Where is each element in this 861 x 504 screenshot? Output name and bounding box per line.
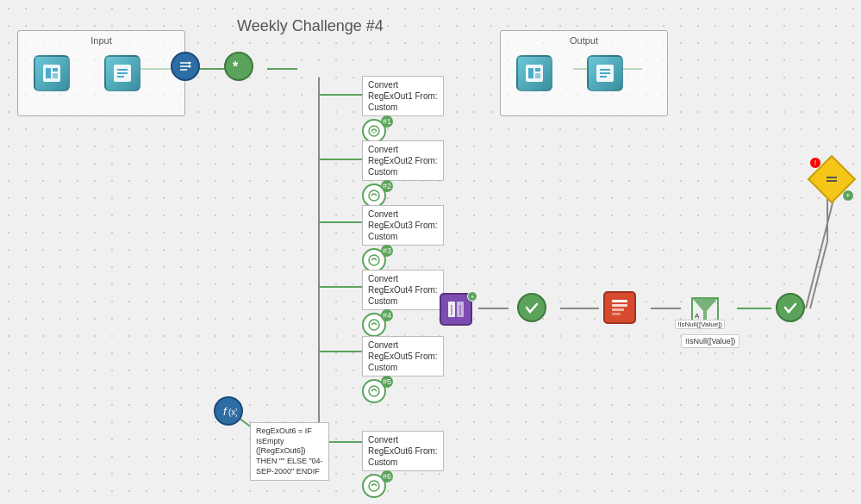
convert-tool-5[interactable]: ConvertRegExOut5 From:Custom #5 bbox=[362, 336, 444, 403]
convert-2-badge: #2 bbox=[381, 180, 393, 192]
select-tool-1[interactable] bbox=[517, 293, 546, 322]
svg-point-51 bbox=[369, 481, 379, 491]
convert-4-badge: #4 bbox=[381, 309, 393, 321]
select-icon-2 bbox=[782, 299, 799, 316]
multi-field-icon bbox=[177, 58, 194, 75]
output-reader-node[interactable] bbox=[516, 55, 552, 91]
convert-3-label: ConvertRegExOut3 From:Custom bbox=[368, 208, 438, 242]
output-reader-icon bbox=[522, 61, 546, 85]
filter-label: !IsNull([Value]) bbox=[681, 334, 739, 348]
filter-formula-label: !IsNull([Value]) bbox=[675, 320, 725, 329]
convert-tool-1[interactable]: ConvertRegExOut1 From:Custom #1 bbox=[362, 76, 444, 143]
convert-2-icon bbox=[367, 189, 381, 202]
regex-icon: * bbox=[230, 58, 247, 75]
workflow-canvas: Weekly Challenge #4 Input bbox=[0, 0, 861, 504]
sort-tool[interactable] bbox=[603, 291, 636, 324]
convert-6-badge: #6 bbox=[381, 470, 393, 482]
svg-point-47 bbox=[369, 320, 379, 330]
join-error-dot: ! bbox=[809, 157, 821, 169]
reader-icon bbox=[40, 61, 64, 85]
convert-6-icon bbox=[367, 479, 381, 493]
output-group-label: Output bbox=[570, 35, 598, 46]
join-tool[interactable]: + ! bbox=[814, 162, 849, 196]
svg-text:*: * bbox=[233, 59, 239, 74]
svg-rect-58 bbox=[612, 308, 624, 311]
svg-rect-25 bbox=[53, 73, 58, 78]
input-reader-node[interactable] bbox=[34, 55, 70, 91]
output-browse-icon bbox=[593, 61, 617, 85]
svg-point-41 bbox=[189, 62, 191, 65]
svg-line-19 bbox=[810, 241, 827, 308]
select-tool-2[interactable] bbox=[776, 293, 805, 322]
svg-point-46 bbox=[369, 255, 379, 265]
formula-icon: f (x) bbox=[220, 402, 237, 420]
convert-tool-4[interactable]: ConvertRegExOut4 From:Custom #4 bbox=[362, 270, 444, 337]
convert-4-icon bbox=[367, 318, 381, 332]
input-group-label: Input bbox=[90, 35, 111, 46]
formula-box: RegExOut6 = IFIsEmpty([RegExOut6])THEN "… bbox=[250, 422, 329, 481]
sort-icon bbox=[609, 297, 630, 318]
append-fields-icon bbox=[446, 299, 466, 320]
filter-tool[interactable]: A !IsNull([Value]) bbox=[685, 291, 725, 331]
input-group: Input bbox=[17, 30, 185, 116]
output-group: Output bbox=[500, 30, 668, 116]
svg-rect-56 bbox=[612, 300, 627, 302]
svg-point-42 bbox=[189, 65, 191, 68]
svg-line-15 bbox=[806, 190, 836, 308]
svg-rect-33 bbox=[535, 73, 540, 78]
input-browse-node[interactable] bbox=[104, 55, 140, 91]
svg-text:(x): (x) bbox=[228, 408, 237, 417]
multi-field-tool[interactable] bbox=[171, 52, 200, 81]
convert-3-badge: #3 bbox=[381, 245, 393, 257]
workflow-title: Weekly Challenge #4 bbox=[237, 17, 384, 35]
convert-5-label: ConvertRegExOut5 From:Custom bbox=[368, 339, 438, 373]
convert-1-icon bbox=[367, 124, 381, 138]
join-add-dot: + bbox=[842, 190, 854, 202]
svg-rect-23 bbox=[46, 68, 51, 78]
svg-rect-57 bbox=[612, 304, 627, 307]
join-icon bbox=[823, 171, 840, 188]
convert-2-label: ConvertRegExOut2 From:Custom bbox=[368, 144, 438, 177]
regex-tool[interactable]: * bbox=[224, 52, 253, 81]
output-browse-node[interactable] bbox=[587, 55, 623, 91]
formula-text: RegExOut6 = IFIsEmpty([RegExOut6])THEN "… bbox=[256, 426, 323, 476]
svg-rect-59 bbox=[612, 313, 621, 315]
convert-6-label: ConvertRegExOut6 From:Custom bbox=[368, 434, 438, 468]
convert-tool-6[interactable]: ConvertRegExOut6 From:Custom #6 bbox=[362, 431, 444, 498]
convert-tool-3[interactable]: ConvertRegExOut3 From:Custom #3 bbox=[362, 205, 444, 272]
select-icon-1 bbox=[523, 299, 540, 316]
convert-5-icon bbox=[367, 384, 381, 398]
convert-5-badge: #5 bbox=[381, 376, 393, 388]
convert-1-label: ConvertRegExOut1 From:Custom bbox=[368, 79, 438, 113]
svg-point-45 bbox=[369, 190, 379, 201]
convert-1-badge: #1 bbox=[381, 115, 393, 128]
convert-3-icon bbox=[367, 253, 381, 267]
svg-rect-32 bbox=[535, 68, 540, 72]
svg-rect-24 bbox=[53, 68, 58, 72]
svg-rect-31 bbox=[528, 68, 533, 78]
append-fields-tool[interactable]: + bbox=[440, 293, 472, 326]
formula-tool[interactable]: f (x) bbox=[214, 396, 243, 426]
svg-point-48 bbox=[369, 386, 379, 396]
convert-4-label: ConvertRegExOut4 From:Custom bbox=[368, 273, 438, 307]
convert-tool-2[interactable]: ConvertRegExOut2 From:Custom #2 bbox=[362, 140, 444, 208]
svg-point-44 bbox=[369, 126, 379, 136]
svg-text:f: f bbox=[223, 405, 228, 418]
svg-text:A: A bbox=[695, 312, 700, 320]
browse-icon bbox=[110, 61, 134, 85]
append-output-dot: + bbox=[467, 291, 477, 302]
